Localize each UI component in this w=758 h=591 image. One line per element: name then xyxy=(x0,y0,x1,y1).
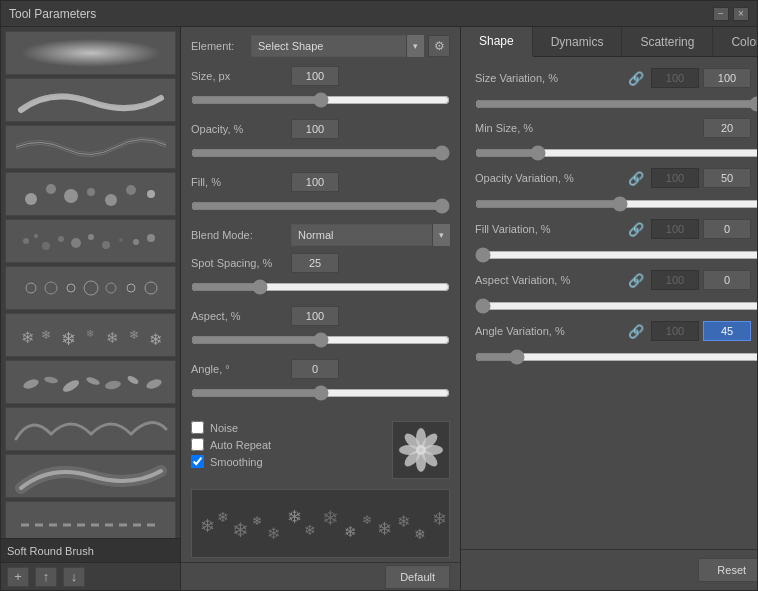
noise-checkbox[interactable] xyxy=(191,421,204,434)
opacity-slider[interactable] xyxy=(191,146,450,160)
size-slider[interactable] xyxy=(191,93,450,107)
aspect-variation-slider-row xyxy=(475,299,757,316)
brush-panel: ❄ ❄ ❄ ❄ ❄ ❄ ❄ xyxy=(1,27,181,590)
brush-item[interactable] xyxy=(5,219,176,263)
fill-variation-input1 xyxy=(651,219,699,239)
brush-item[interactable] xyxy=(5,407,176,451)
tool-parameters-window: Tool Parameters − × xyxy=(0,0,758,591)
brush-item[interactable] xyxy=(5,360,176,404)
brush-item[interactable] xyxy=(5,266,176,310)
minimize-button[interactable]: − xyxy=(713,7,729,21)
fill-variation-link-icon[interactable]: 🔗 xyxy=(625,218,647,240)
gear-icon: ⚙ xyxy=(434,39,445,53)
brush-item[interactable] xyxy=(5,172,176,216)
fill-variation-slider[interactable] xyxy=(475,248,757,262)
opacity-row: Opacity, % xyxy=(191,118,450,140)
angle-input[interactable] xyxy=(291,359,339,379)
settings-button[interactable]: ⚙ xyxy=(428,35,450,57)
brush-preview-7: ❄ ❄ ❄ ❄ ❄ ❄ ❄ xyxy=(11,315,171,355)
brush-preview-4 xyxy=(11,174,171,214)
angle-variation-link-icon[interactable]: 🔗 xyxy=(625,320,647,342)
brush-item[interactable] xyxy=(5,501,176,538)
brush-item[interactable] xyxy=(5,78,176,122)
auto-repeat-checkbox[interactable] xyxy=(191,438,204,451)
svg-point-10 xyxy=(42,242,50,250)
size-row: Size, px xyxy=(191,65,450,87)
opacity-variation-link-icon[interactable]: 🔗 xyxy=(625,167,647,189)
svg-text:❄: ❄ xyxy=(287,507,302,527)
svg-point-23 xyxy=(127,284,135,292)
element-dropdown[interactable]: Select Shape xyxy=(251,35,424,57)
add-brush-button[interactable]: + xyxy=(7,567,29,587)
svg-point-38 xyxy=(145,378,163,391)
move-up-button[interactable]: ↑ xyxy=(35,567,57,587)
size-variation-input2[interactable] xyxy=(703,68,751,88)
smoothing-checkbox[interactable] xyxy=(191,455,204,468)
angle-variation-slider[interactable] xyxy=(475,350,757,364)
svg-text:❄: ❄ xyxy=(61,329,76,349)
blend-mode-dropdown[interactable]: Normal xyxy=(291,224,450,246)
size-variation-link-icon[interactable]: 🔗 xyxy=(625,67,647,89)
spot-spacing-input[interactable] xyxy=(291,253,339,273)
reset-button[interactable]: Reset xyxy=(698,558,757,582)
size-input[interactable] xyxy=(291,66,339,86)
shape-preview-box xyxy=(392,421,450,479)
angle-variation-input2[interactable] xyxy=(703,321,751,341)
opacity-label: Opacity, % xyxy=(191,123,291,135)
svg-point-0 xyxy=(21,39,161,67)
size-variation-slider[interactable] xyxy=(475,97,757,111)
aspect-variation-slider[interactable] xyxy=(475,299,757,313)
svg-point-24 xyxy=(145,282,157,294)
angle-slider[interactable] xyxy=(191,386,450,400)
aspect-variation-input2[interactable] xyxy=(703,270,751,290)
opacity-variation-row: Opacity Variation, % 🔗 xyxy=(475,167,757,189)
fill-slider[interactable] xyxy=(191,199,450,213)
smoothing-label: Smoothing xyxy=(210,456,263,468)
opacity-variation-slider[interactable] xyxy=(475,197,757,211)
brush-item[interactable] xyxy=(5,125,176,169)
window-controls: − × xyxy=(713,7,749,21)
blend-mode-label: Blend Mode: xyxy=(191,229,291,241)
right-params-area: Size Variation, % 🔗 Min Size, % xyxy=(461,57,757,549)
tab-dynamics[interactable]: Dynamics xyxy=(533,27,623,57)
smoothing-checkbox-row: Smoothing xyxy=(191,455,271,468)
angle-variation-row: Angle Variation, % 🔗 xyxy=(475,320,757,342)
svg-point-57 xyxy=(416,445,426,455)
brush-item[interactable] xyxy=(5,31,176,75)
close-button[interactable]: × xyxy=(733,7,749,21)
brush-item[interactable] xyxy=(5,454,176,498)
tab-shape[interactable]: Shape xyxy=(461,27,533,57)
svg-point-17 xyxy=(147,234,155,242)
aspect-variation-link-icon[interactable]: 🔗 xyxy=(625,269,647,291)
brush-preview-2 xyxy=(11,80,171,120)
svg-text:❄: ❄ xyxy=(252,514,262,528)
min-size-input[interactable] xyxy=(703,118,751,138)
angle-slider-row xyxy=(191,386,450,409)
spot-slider[interactable] xyxy=(191,280,450,294)
element-dropdown-wrapper: Select Shape ▾ xyxy=(251,35,424,57)
element-row: Element: Select Shape ▾ ⚙ xyxy=(191,35,450,57)
opacity-variation-input1 xyxy=(651,168,699,188)
default-button[interactable]: Default xyxy=(385,565,450,589)
aspect-input[interactable] xyxy=(291,306,339,326)
move-down-button[interactable]: ↓ xyxy=(63,567,85,587)
brush-item[interactable]: ❄ ❄ ❄ ❄ ❄ ❄ ❄ xyxy=(5,313,176,357)
aspect-slider[interactable] xyxy=(191,333,450,347)
aspect-variation-row: Aspect Variation, % 🔗 xyxy=(475,269,757,291)
brush-preview-6 xyxy=(11,268,171,308)
fill-row: Fill, % xyxy=(191,171,450,193)
opacity-input[interactable] xyxy=(291,119,339,139)
auto-repeat-checkbox-row: Auto Repeat xyxy=(191,438,271,451)
min-size-slider[interactable] xyxy=(475,146,757,160)
tab-color[interactable]: Color xyxy=(713,27,757,57)
fill-label: Fill, % xyxy=(191,176,291,188)
fill-variation-input2[interactable] xyxy=(703,219,751,239)
svg-point-18 xyxy=(26,283,36,293)
fill-input[interactable] xyxy=(291,172,339,192)
brush-list: ❄ ❄ ❄ ❄ ❄ ❄ ❄ xyxy=(1,27,180,538)
noise-label: Noise xyxy=(210,422,238,434)
opacity-variation-input2[interactable] xyxy=(703,168,751,188)
svg-point-12 xyxy=(71,238,81,248)
element-label: Element: xyxy=(191,40,251,52)
tab-scattering[interactable]: Scattering xyxy=(622,27,713,57)
